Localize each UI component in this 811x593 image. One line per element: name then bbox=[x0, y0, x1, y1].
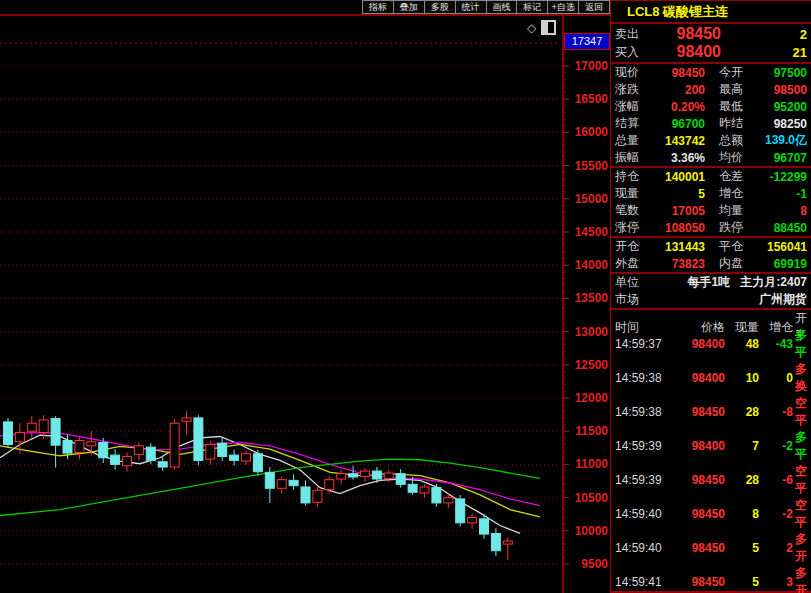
svg-text:17000: 17000 bbox=[575, 59, 609, 73]
sell-qty: 2 bbox=[721, 27, 807, 42]
quote-row: 结算96700昨结98250 bbox=[611, 115, 811, 132]
buy-label: 买入 bbox=[615, 44, 653, 61]
tick-table-header: 时间价格现量增仓开平 bbox=[611, 310, 811, 327]
tick-row: 14:59:389845028-8空平 bbox=[611, 395, 811, 429]
tick-row: 14:59:379840048-43多平 bbox=[611, 327, 811, 361]
axis-highlight-price: 17347 bbox=[564, 33, 610, 50]
toolbar-button-叠加[interactable]: 叠加 bbox=[393, 0, 424, 14]
quote-row: 现价98450今开97500 bbox=[611, 64, 811, 81]
sell-label: 卖出 bbox=[615, 26, 653, 43]
svg-text:15000: 15000 bbox=[575, 192, 609, 206]
sell-row[interactable]: 卖出 98450 2 bbox=[611, 25, 811, 43]
svg-text:12000: 12000 bbox=[575, 391, 609, 405]
quote-row: 涨跌200最高98500 bbox=[611, 81, 811, 98]
trading-terminal-window: 指标叠加多股统计画线标记+自选返回 ◇ 17000165001600015500… bbox=[0, 0, 811, 593]
split-view-icon[interactable] bbox=[541, 20, 556, 35]
svg-text:12500: 12500 bbox=[575, 358, 609, 372]
tick-table[interactable]: 14:59:379840048-43多平14:59:3898400100多换14… bbox=[611, 327, 811, 593]
buy-row[interactable]: 买入 98400 21 bbox=[611, 43, 811, 61]
chart-toolbar: 指标叠加多股统计画线标记+自选返回 bbox=[362, 0, 610, 14]
chart-top-border bbox=[0, 14, 610, 16]
info-row: 市场广州期货 bbox=[611, 291, 811, 308]
position-row: 现量5增仓-1 bbox=[611, 185, 811, 202]
toolbar-button-画线[interactable]: 画线 bbox=[486, 0, 517, 14]
tick-row: 14:59:40984508-2空平 bbox=[611, 497, 811, 531]
kline-chart[interactable] bbox=[0, 0, 562, 593]
svg-text:10500: 10500 bbox=[575, 491, 609, 505]
toolbar-button-多股[interactable]: 多股 bbox=[424, 0, 455, 14]
sell-price: 98450 bbox=[653, 25, 721, 43]
position-row: 持仓140001仓差-12299 bbox=[611, 168, 811, 185]
svg-text:15500: 15500 bbox=[575, 159, 609, 173]
quote-grid-main: 现价98450今开97500涨跌200最高98500涨幅0.20%最低95200… bbox=[611, 64, 811, 168]
quote-grid-positions: 持仓140001仓差-12299现量5增仓-1笔数17005均量8涨停10805… bbox=[611, 168, 811, 238]
position-row: 笔数17005均量8 bbox=[611, 202, 811, 219]
buy-price: 98400 bbox=[653, 43, 721, 61]
svg-text:16500: 16500 bbox=[575, 92, 609, 106]
position-row: 涨停108050跌停88450 bbox=[611, 219, 811, 236]
tick-row: 14:59:399845028-6空平 bbox=[611, 463, 811, 497]
svg-text:11500: 11500 bbox=[575, 424, 608, 438]
tick-row: 14:59:419845053多开 bbox=[611, 565, 811, 593]
openclose-row: 开仓131443平仓156041 bbox=[611, 238, 811, 255]
svg-text:16000: 16000 bbox=[575, 125, 609, 139]
buy-qty: 21 bbox=[721, 45, 807, 60]
toolbar-button-返回[interactable]: 返回 bbox=[578, 0, 610, 14]
diamond-marker-icon[interactable]: ◇ bbox=[527, 22, 536, 34]
contract-title: LCL8 碳酸锂主连 bbox=[611, 1, 811, 24]
openclose-row: 外盘73823内盘69919 bbox=[611, 255, 811, 272]
svg-text:10000: 10000 bbox=[575, 524, 609, 538]
quote-row: 涨幅0.20%最低95200 bbox=[611, 98, 811, 115]
tick-row: 14:59:409845052多开 bbox=[611, 531, 811, 565]
svg-text:13000: 13000 bbox=[575, 325, 609, 339]
price-axis: 1700016500160001550015000145001400013500… bbox=[562, 0, 610, 593]
toolbar-button-统计[interactable]: 统计 bbox=[455, 0, 486, 14]
quote-grid-openclose: 开仓131443平仓156041外盘73823内盘69919 bbox=[611, 238, 811, 274]
toolbar-button-指标[interactable]: 指标 bbox=[362, 0, 393, 14]
quote-panel: LCL8 碳酸锂主连 卖出 98450 2 买入 98400 21 现价9845… bbox=[610, 0, 811, 593]
toolbar-button-+自选[interactable]: +自选 bbox=[547, 0, 578, 14]
order-book: 卖出 98450 2 买入 98400 21 bbox=[611, 24, 811, 64]
svg-text:11000: 11000 bbox=[575, 457, 608, 471]
svg-text:14000: 14000 bbox=[575, 258, 609, 272]
toolbar-button-标记[interactable]: 标记 bbox=[516, 0, 547, 14]
tick-row: 14:59:3898400100多换 bbox=[611, 361, 811, 395]
quote-row: 总量143742总额139.0亿 bbox=[611, 132, 811, 149]
contract-info: 单位每手1吨主力月:2407市场广州期货 bbox=[611, 274, 811, 310]
quote-row: 振幅3.36%均价96707 bbox=[611, 149, 811, 166]
svg-text:9500: 9500 bbox=[581, 557, 608, 571]
tick-row: 14:59:39984007-2多平 bbox=[611, 429, 811, 463]
info-row: 单位每手1吨主力月:2407 bbox=[611, 274, 811, 291]
svg-text:13500: 13500 bbox=[575, 291, 609, 305]
svg-text:14500: 14500 bbox=[575, 225, 609, 239]
